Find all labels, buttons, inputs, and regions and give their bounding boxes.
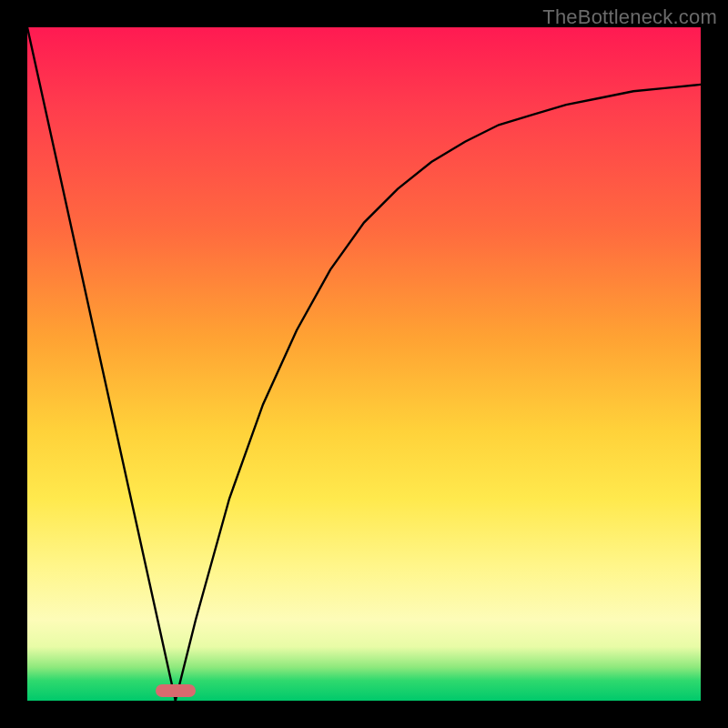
plot-area (27, 27, 701, 701)
curve-right-branch (176, 85, 701, 701)
minimum-marker (156, 684, 196, 697)
bottleneck-curve (27, 27, 701, 701)
curve-left-branch (27, 27, 176, 701)
watermark-text: TheBottleneck.com (542, 5, 717, 29)
chart-frame: TheBottleneck.com (0, 0, 728, 728)
